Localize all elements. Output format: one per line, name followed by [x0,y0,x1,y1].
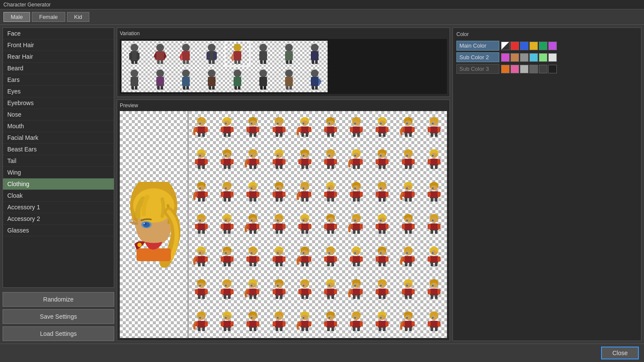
svg-rect-135 [360,127,363,132]
sidebar-item-beard[interactable]: Beard [3,63,114,74]
svg-point-170 [199,155,201,157]
svg-rect-550 [402,289,405,294]
svg-rect-585 [254,327,256,331]
variation-cell-selected[interactable] [225,41,250,66]
sidebar-item-eyebrows[interactable]: Eyebrows [3,97,114,109]
sidebar-item-glasses[interactable]: Glasses [3,225,114,236]
sidebar-item-clothing[interactable]: Clothing [3,178,114,190]
sidebar-item-ears[interactable]: Ears [3,74,114,86]
sidebar-item-accessory1[interactable]: Accessory 1 [3,202,114,213]
svg-rect-248 [198,197,200,202]
sidebar-item-wing[interactable]: Wing [3,167,114,178]
swatch-blue[interactable] [520,42,529,50]
main-color-label[interactable]: Main Color [456,41,499,51]
svg-rect-38 [312,60,314,64]
variation-cell[interactable] [173,66,199,92]
swatch-pink[interactable] [510,65,519,73]
svg-rect-367 [334,224,337,229]
variation-cell[interactable] [147,66,173,92]
svg-point-420 [249,250,256,255]
variation-cell[interactable] [147,41,173,66]
svg-rect-359 [308,224,311,229]
svg-rect-431 [283,256,286,262]
save-settings-button[interactable]: Save Settings [3,309,114,324]
svg-rect-529 [331,295,334,299]
variation-cell[interactable] [122,41,147,66]
sidebar-item-nose[interactable]: Nose [3,109,114,121]
svg-rect-238 [428,159,431,164]
swatch-tan[interactable] [510,53,519,62]
swatch-light-green[interactable] [539,53,547,62]
svg-point-378 [354,220,356,221]
svg-point-282 [303,187,304,189]
svg-point-628 [405,315,412,320]
variation-cell[interactable] [302,66,328,92]
swatch-orange[interactable] [501,65,510,73]
swatch-gray[interactable] [520,53,529,62]
svg-rect-277 [301,191,309,198]
swatch-magenta[interactable] [501,53,510,62]
svg-rect-229 [404,159,413,166]
variation-cell[interactable] [225,66,250,92]
swatch-cyan[interactable] [529,53,538,62]
sub-color-2-label[interactable]: Sub Color 2 [456,52,499,62]
sidebar-item-cloak[interactable]: Cloak [3,190,114,202]
swatch-darkest[interactable] [548,65,557,73]
svg-rect-527 [334,289,337,294]
swatch-darker-gray[interactable] [539,65,547,73]
variation-cell[interactable] [122,66,147,92]
variation-cell[interactable] [199,66,225,92]
svg-point-490 [199,285,201,287]
svg-rect-224 [379,165,381,169]
sidebar-item-mouth[interactable]: Mouth [3,121,114,132]
swatch-dark-gray[interactable] [529,65,538,73]
svg-point-554 [406,285,408,287]
sidebar-item-accessory2[interactable]: Accessory 2 [3,213,114,225]
svg-rect-358 [298,224,301,229]
swatch-purple[interactable] [548,42,557,50]
sub-color-3-label[interactable]: Sub Color 3 [456,64,499,74]
swatch-white[interactable] [548,53,557,62]
sidebar-item-beast-ears[interactable]: Beast Ears [3,144,114,155]
swatch-diagonal[interactable] [501,42,510,50]
tab-male[interactable]: Male [3,12,30,22]
tab-female[interactable]: Female [32,12,65,22]
svg-rect-183 [256,159,259,164]
svg-rect-621 [378,321,386,328]
svg-point-68 [311,69,319,77]
svg-rect-72 [315,86,318,90]
sidebar-item-face[interactable]: Face [3,28,114,39]
tab-kid[interactable]: Kid [67,12,90,22]
swatch-yellow[interactable] [529,42,538,50]
svg-rect-255 [231,192,234,197]
swatch-red[interactable] [510,42,519,50]
svg-rect-81 [137,248,171,261]
variation-cell[interactable] [302,41,328,66]
variation-cell[interactable] [250,66,276,92]
svg-point-162 [432,123,434,124]
sidebar-item-front-hair[interactable]: Front Hair [3,39,114,51]
svg-rect-421 [249,256,257,263]
svg-rect-110 [273,127,276,132]
close-button[interactable]: Close [601,347,639,359]
sidebar-item-rear-hair[interactable]: Rear Hair [3,51,114,63]
swatch-silver[interactable] [520,65,529,73]
sidebar-item-facial-mark[interactable]: Facial Mark [3,132,114,144]
variation-cell[interactable] [276,41,302,66]
sidebar-item-eyes[interactable]: Eyes [3,86,114,97]
svg-rect-462 [376,256,379,262]
preview-sprite-cell [266,241,292,273]
variation-cell[interactable] [173,41,199,66]
sidebar-item-tail[interactable]: Tail [3,155,114,167]
swatch-green[interactable] [539,42,547,50]
variation-cell[interactable] [276,66,302,92]
svg-rect-145 [383,133,386,137]
preview-sprite-cell [343,111,369,144]
randomize-button[interactable]: Randomize [3,292,114,307]
svg-marker-8 [154,51,156,60]
load-settings-button[interactable]: Load Settings [3,326,114,341]
svg-point-522 [303,285,304,287]
variation-cell[interactable] [250,41,276,66]
svg-rect-613 [352,321,361,328]
variation-cell[interactable] [199,41,225,66]
